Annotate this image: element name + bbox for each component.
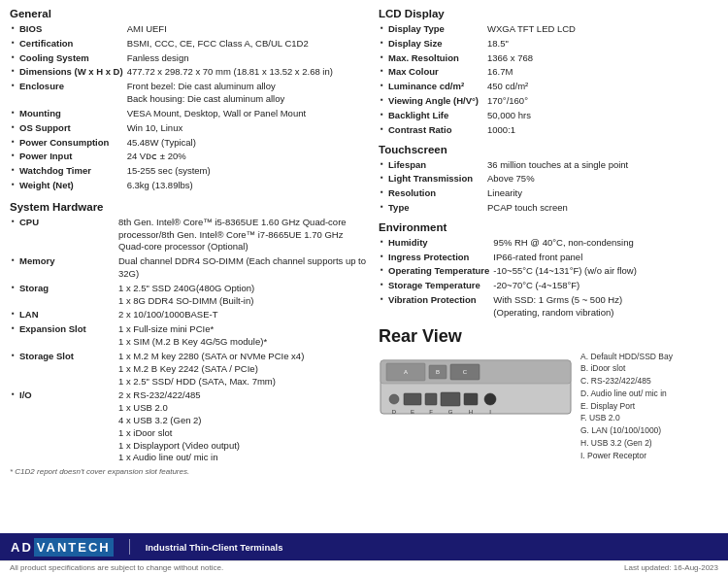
spec-value: 450 cd/m²: [485, 80, 718, 94]
svg-rect-12: [425, 393, 437, 405]
spec-label: Contrast Ratio: [379, 123, 485, 138]
table-row: Expansion Slot1 x Full-size mini PCIe*1 …: [10, 322, 369, 350]
spec-label: Humidity: [379, 236, 491, 251]
general-table: BIOSAMI UEFICertificationBSMI, CCC, CE, …: [10, 22, 369, 193]
svg-text:F: F: [429, 409, 433, 415]
rear-legend-item: H. USB 3.2 (Gen 2): [580, 437, 673, 450]
spec-label: Ingress Protection: [379, 251, 491, 265]
spec-value: 24 Vᴅᴄ ± 20%: [125, 150, 369, 164]
table-row: Luminance cd/m²450 cd/m²: [379, 80, 718, 94]
table-row: Ingress ProtectionIP66-rated front panel: [379, 251, 718, 265]
table-row: Cooling SystemFanless design: [10, 51, 369, 66]
rear-view-title: Rear View: [379, 326, 718, 347]
spec-label: Type: [379, 201, 485, 216]
table-row: Max. Resoltuion1366 x 768: [379, 51, 718, 66]
rear-device-svg: A B C D E: [379, 351, 573, 428]
svg-point-18: [484, 393, 496, 405]
spec-label: Weight (Net): [10, 179, 125, 193]
spec-value: 1 x 2.5" SSD 240G(480G Option)1 x 8G DDR…: [116, 282, 369, 309]
table-row: Storag1 x 2.5" SSD 240G(480G Option)1 x …: [10, 282, 369, 309]
table-row: Lifespan36 million touches at a single p…: [379, 158, 718, 173]
sub-footer: All product specifications are subject t…: [0, 560, 728, 574]
table-row: Watchdog Timer15-255 sec (system): [10, 164, 369, 179]
page-wrapper: General BIOSAMI UEFICertificationBSMI, C…: [0, 0, 728, 574]
footer-divider: [129, 539, 130, 555]
spec-label: Power Input: [10, 150, 125, 164]
rear-legend-item: A. Default HDD/SSD Bay: [580, 351, 673, 363]
spec-value: 1 x Full-size mini PCIe*1 x SIM (M.2 B K…: [116, 322, 369, 350]
footer-brand: ADVANTECH: [10, 539, 114, 555]
table-row: Light TransmissionAbove 75%: [379, 172, 718, 186]
svg-text:G: G: [448, 409, 453, 415]
spec-value: 2 x RS-232/422/4851 x USB 2.04 x USB 3.2…: [116, 388, 369, 465]
env-title: Environment: [379, 221, 718, 233]
table-row: Display Size18.5": [379, 37, 718, 51]
spec-label: Resolution: [379, 186, 485, 201]
table-row: BIOSAMI UEFI: [10, 22, 369, 37]
rear-legend-item: G. LAN (10/100/1000): [580, 424, 673, 437]
rear-legend-item: I. Power Receptor: [580, 450, 673, 462]
spec-value: 16.7M: [485, 65, 718, 80]
spec-label: Storag: [10, 282, 116, 309]
rear-view-image: A B C D E: [379, 351, 573, 430]
spec-value: Front bezel: Die cast aluminum alloyBack…: [125, 80, 369, 107]
spec-label: Max. Resoltuion: [379, 51, 485, 66]
spec-value: 45.48W (Typical): [125, 136, 369, 151]
spec-label: Max Colour: [379, 65, 485, 80]
table-row: EnclosureFront bezel: Die cast aluminum …: [10, 80, 369, 107]
left-column: General BIOSAMI UEFICertificationBSMI, C…: [10, 8, 369, 529]
svg-rect-14: [441, 392, 460, 406]
spec-value: BSMI, CCC, CE, FCC Class A, CB/UL C1D2: [125, 37, 369, 51]
footnote: * C1D2 report doesn't cover expansion sl…: [10, 467, 369, 476]
table-row: CPU8th Gen. Intel® Core™ i5-8365UE 1.60 …: [10, 216, 369, 254]
spec-label: Vibration Protection: [379, 293, 491, 321]
rear-legend-item: C. RS-232/422/485: [580, 375, 673, 388]
rear-legend-item: F. USB 2.0: [580, 412, 673, 424]
syshw-title: System Hardware: [10, 201, 369, 213]
spec-label: Expansion Slot: [10, 322, 116, 350]
rear-legend-item: D. Audio line out/ mic in: [580, 388, 673, 400]
spec-value: 8th Gen. Intel® Core™ i5-8365UE 1.60 GHz…: [116, 216, 369, 254]
spec-value: AMI UEFI: [125, 22, 369, 37]
table-row: CertificationBSMI, CCC, CE, FCC Class A,…: [10, 37, 369, 51]
svg-text:C: C: [463, 369, 468, 375]
spec-value: IP66-rated front panel: [491, 251, 718, 265]
svg-text:E: E: [411, 409, 414, 415]
spec-value: 50,000 hrs: [485, 109, 718, 123]
spec-value: 36 million touches at a single point: [485, 158, 718, 173]
table-row: Contrast Ratio1000:1: [379, 123, 718, 138]
spec-value: VESA Mount, Desktop, Wall or Panel Mount: [125, 107, 369, 121]
spec-label: Mounting: [10, 107, 125, 121]
table-row: Display TypeWXGA TFT LED LCD: [379, 22, 718, 37]
spec-value: 95% RH @ 40°C, non-condensing: [491, 236, 718, 251]
spec-label: Watchdog Timer: [10, 164, 125, 179]
svg-text:B: B: [436, 369, 440, 375]
footer: ADVANTECH Industrial Thin-Client Termina…: [0, 533, 728, 560]
table-row: Power Input24 Vᴅᴄ ± 20%: [10, 150, 369, 164]
spec-label: Dimensions (W x H x D): [10, 65, 125, 80]
table-row: Vibration ProtectionWith SSD: 1 Grms (5 …: [379, 293, 718, 321]
rear-labels: A. Default HDD/SSD BayB. iDoor slotC. RS…: [580, 351, 673, 462]
spec-label: BIOS: [10, 22, 125, 37]
spec-label: Certification: [10, 37, 125, 51]
table-row: Weight (Net)6.3kg (13.89lbs): [10, 179, 369, 193]
table-row: MemoryDual channel DDR4 SO-DIMM (Each ch…: [10, 254, 369, 282]
brand-logo: ADVANTECH: [10, 539, 114, 555]
spec-label: Storage Temperature: [379, 279, 491, 293]
spec-value: 1 x M.2 M key 2280 (SATA or NVMe PCIe x4…: [116, 350, 369, 388]
spec-value: 1000:1: [485, 123, 718, 138]
table-row: Backlight Life50,000 hrs: [379, 109, 718, 123]
table-row: ResolutionLinearity: [379, 186, 718, 201]
table-row: LAN2 x 10/100/1000BASE-T: [10, 308, 369, 322]
rear-legend-item: B. iDoor slot: [580, 362, 673, 375]
spec-label: Backlight Life: [379, 109, 485, 123]
table-row: Operating Temperature-10~55°C (14~131°F)…: [379, 264, 718, 279]
content-area: General BIOSAMI UEFICertificationBSMI, C…: [0, 0, 728, 533]
svg-text:D: D: [392, 409, 397, 415]
spec-label: Power Consumption: [10, 136, 125, 151]
spec-value: 170°/160°: [485, 94, 718, 109]
spec-value: Linearity: [485, 186, 718, 201]
spec-label: Enclosure: [10, 80, 125, 107]
touch-title: Touchscreen: [379, 144, 718, 155]
footer-note: All product specifications are subject t…: [10, 563, 223, 572]
